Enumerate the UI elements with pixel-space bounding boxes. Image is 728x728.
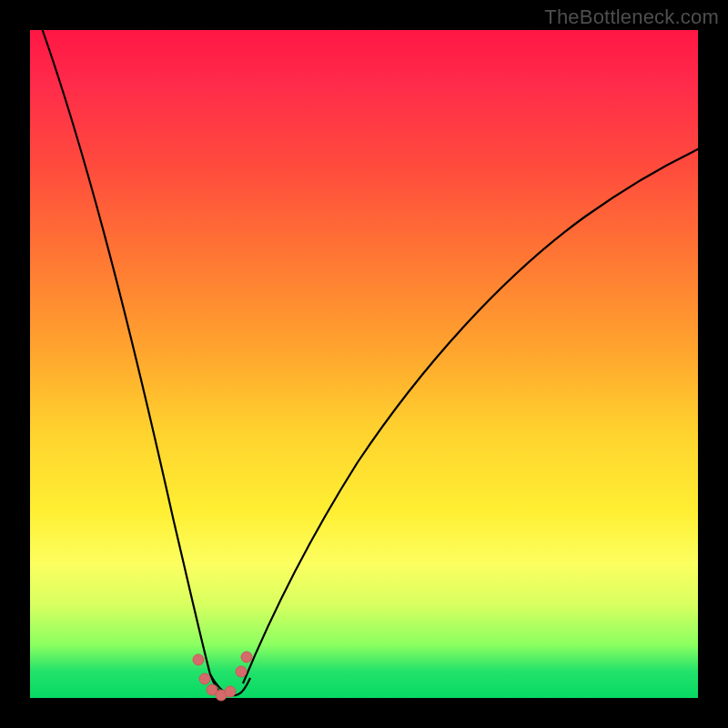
bottleneck-curve — [30, 30, 698, 698]
curve-left-branch — [42, 28, 225, 695]
marker-dot — [199, 673, 210, 684]
marker-dot — [193, 654, 204, 665]
marker-dot — [241, 652, 252, 662]
watermark-text: TheBottleneck.com — [544, 5, 719, 29]
marker-dot — [225, 686, 236, 697]
plot-area — [30, 30, 698, 698]
marker-dot — [236, 666, 247, 677]
chart-frame: TheBottleneck.com — [0, 0, 728, 728]
curve-right-branch — [243, 148, 700, 683]
